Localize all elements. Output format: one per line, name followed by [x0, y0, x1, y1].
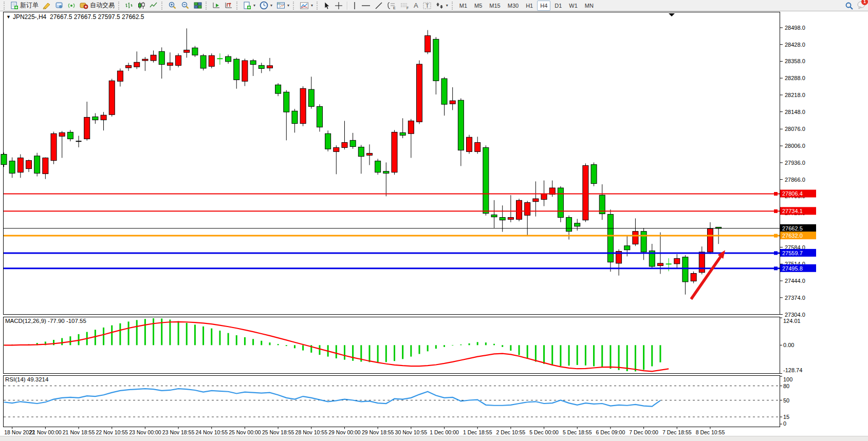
- time-axis-label: 23 Nov 00:00: [129, 429, 161, 435]
- candle-body: [607, 214, 613, 262]
- timeframe-button-d1[interactable]: D1: [551, 1, 565, 11]
- new-chart-button[interactable]: ▾: [241, 1, 257, 11]
- time-axis-label: 25 Nov 00:00: [229, 429, 261, 435]
- vertical-line-button[interactable]: [350, 1, 359, 11]
- candle-body: [441, 79, 447, 104]
- time-axis-label: 2 Dec 10:55: [496, 429, 526, 435]
- candle-body: [358, 147, 364, 156]
- hline-anchor-handle[interactable]: [774, 266, 778, 270]
- chart-canvas[interactable]: 28498.028428.028358.028288.028218.028148…: [0, 11, 868, 436]
- price-axis-label: 27444.0: [785, 278, 805, 284]
- crayon-icon: [43, 2, 51, 9]
- time-axis-label: 6 Dec 09:00: [596, 429, 625, 435]
- candle-body: [34, 156, 40, 174]
- signals-button[interactable]: [65, 1, 78, 11]
- hline-anchor-handle[interactable]: [774, 234, 778, 238]
- candle-body: [142, 59, 148, 61]
- svg-text:T: T: [426, 3, 429, 9]
- candle-body: [566, 218, 572, 232]
- periods-button[interactable]: ▾: [257, 1, 274, 11]
- candle-body: [117, 71, 123, 81]
- timeframe-button-h1[interactable]: H1: [523, 1, 536, 11]
- bar-chart-button[interactable]: [123, 1, 135, 11]
- auto-trading-button[interactable]: 自动交易: [78, 1, 117, 11]
- price-axis-label: 28288.0: [785, 75, 805, 81]
- candle-body: [533, 199, 539, 202]
- time-axis-label: 1 Dec 18:55: [463, 429, 492, 435]
- toolbar-grip: [236, 2, 239, 10]
- candle-body: [176, 55, 181, 65]
- candle-body: [26, 161, 32, 169]
- rsi-indicator-label: RSI(14) 49.3214: [5, 376, 48, 382]
- candle-body: [126, 65, 132, 68]
- cursor-button[interactable]: [321, 1, 333, 11]
- fibonacci-button[interactable]: E: [385, 1, 398, 11]
- tile-windows-button[interactable]: [192, 1, 204, 11]
- signal-icon: [67, 2, 76, 9]
- new-order-button[interactable]: 新订单: [8, 1, 41, 11]
- arrow-objects-button[interactable]: ▾: [434, 1, 450, 11]
- auto-scroll-button[interactable]: [210, 1, 223, 11]
- channel-button[interactable]: F: [398, 1, 412, 11]
- metaeditor-button[interactable]: [53, 1, 65, 11]
- hline-anchor-handle[interactable]: [774, 209, 778, 213]
- zoom-in-button[interactable]: [166, 1, 179, 11]
- candle-body: [43, 158, 48, 174]
- indicators-button[interactable]: ▾: [298, 1, 315, 11]
- chevron-down-icon: ▾: [270, 3, 272, 8]
- candle-body: [159, 51, 164, 64]
- hline-anchor-handle[interactable]: [774, 251, 778, 255]
- timeframe-button-m30[interactable]: M30: [505, 1, 522, 11]
- time-axis-label: 28 Nov 10:55: [296, 429, 328, 435]
- crosshair-button[interactable]: [333, 1, 345, 11]
- clock-icon: [260, 1, 268, 10]
- candle-body: [1, 154, 7, 164]
- candle-body: [292, 111, 298, 123]
- candle-body: [558, 188, 563, 218]
- candle-body: [525, 203, 530, 216]
- candle-body: [242, 61, 248, 81]
- text-button[interactable]: A: [412, 1, 420, 11]
- macd-axis-label: -128.74: [783, 367, 802, 373]
- candle-body: [51, 133, 57, 160]
- hline-anchor-handle[interactable]: [774, 192, 778, 196]
- price-badge-label: 27734.1: [782, 208, 803, 214]
- price-badge-label: 27559.7: [782, 250, 803, 256]
- timeframe-button-m1[interactable]: M1: [456, 1, 470, 11]
- candle-body: [674, 259, 680, 264]
- candle-body: [258, 65, 264, 68]
- timeframe-button-w1[interactable]: W1: [566, 1, 581, 11]
- trendline-button[interactable]: [373, 1, 385, 11]
- price-axis-label: 28006.0: [785, 143, 805, 149]
- candle-body: [633, 232, 638, 244]
- crosshair-icon: [335, 2, 343, 10]
- candle-body: [101, 115, 106, 120]
- horizontal-line-button[interactable]: [359, 1, 373, 11]
- candle-body: [383, 171, 389, 174]
- chart-shift-button[interactable]: [223, 1, 235, 11]
- text-label-button[interactable]: T: [420, 1, 434, 11]
- timeframe-button-m15[interactable]: M15: [486, 1, 503, 11]
- timeframe-button-h4[interactable]: H4: [537, 1, 550, 11]
- candle-body: [425, 35, 431, 52]
- line-chart-button[interactable]: [147, 1, 160, 11]
- collapse-triangle-icon[interactable]: ▼: [6, 14, 11, 20]
- notifications-button[interactable]: 1: [857, 1, 866, 11]
- price-axis-label: 27936.0: [785, 160, 805, 166]
- templates-button[interactable]: ▾: [274, 1, 291, 11]
- metaeditor-icon: [55, 2, 63, 9]
- styler-button[interactable]: [41, 1, 53, 11]
- search-icon[interactable]: [845, 2, 854, 10]
- candle-body: [167, 63, 173, 65]
- candle-body: [417, 64, 422, 122]
- candle-body: [300, 88, 306, 123]
- timeframe-button-m5[interactable]: M5: [471, 1, 485, 11]
- candlestick-chart-button[interactable]: [135, 1, 147, 11]
- timeframe-button-mn[interactable]: MN: [582, 1, 597, 11]
- candle-body: [375, 161, 381, 172]
- time-axis-label: 7 Dec 00:00: [629, 429, 658, 435]
- candle-body: [450, 101, 455, 104]
- price-axis-label: 28076.0: [785, 126, 805, 132]
- price-axis-label: 28358.0: [785, 58, 805, 64]
- zoom-out-button[interactable]: [179, 1, 192, 11]
